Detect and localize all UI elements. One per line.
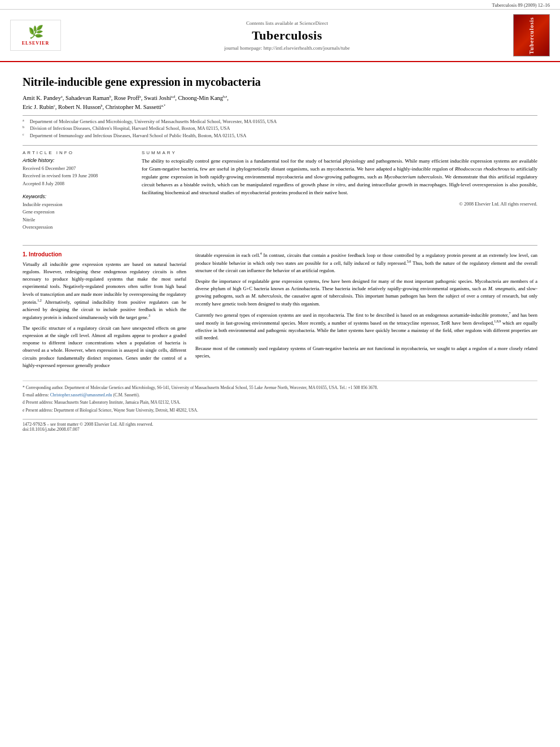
keywords-label: Keywords: (23, 194, 133, 199)
authors-line2: Eric J. Rubinc, Robert N. Hussonb, Chris… (23, 104, 165, 110)
keyword-1: Inducible expression (23, 201, 133, 209)
issn-line: 1472-9792/$ – see front matter © 2008 El… (23, 422, 537, 427)
footnote-corresponding-text: * Corresponding author. Department of Mo… (23, 385, 378, 390)
accepted-date: Accepted 8 July 2008 (23, 180, 133, 188)
summary-col: SUMMARY The ability to ectopically contr… (142, 150, 537, 237)
footnote-corresponding: * Corresponding author. Department of Mo… (23, 385, 537, 391)
doi-line: doi:10.1016/j.tube.2008.07.007 (23, 427, 537, 432)
elsevier-logo: 🌿 ELSEVIER (10, 20, 61, 51)
summary-label: SUMMARY (142, 150, 537, 155)
article-info-col: ARTICLE INFO Article history: Received 6… (23, 150, 133, 237)
intro-left-text: Virtually all inducible gene expression … (23, 261, 186, 369)
footnote-email-name: (C.M. Sassetti). (112, 392, 140, 397)
section-heading-intro: 1. Introduction (23, 251, 186, 257)
article-history: Article history: Received 6 December 200… (23, 158, 133, 188)
main-content: Nitrile-inducible gene expression in myc… (0, 62, 560, 443)
keywords-box: Keywords: Inducible expression Gene expr… (23, 194, 133, 231)
received-revised-date: Received in revised form 19 June 2008 (23, 172, 133, 180)
affiliation-a-text: Department of Molecular Genetics and Mic… (30, 118, 277, 125)
affiliation-b-text: Division of Infectious Diseases, Childre… (30, 125, 230, 132)
elsevier-brand: ELSEVIER (22, 41, 49, 46)
affiliation-c-text: Department of Immunology and Infectious … (30, 132, 247, 139)
journal-header: 🌿 ELSEVIER Contents lists available at S… (0, 10, 560, 62)
affiliation-c: c Department of Immunology and Infectiou… (23, 132, 537, 139)
body-left-col: 1. Introduction Virtually all inducible … (23, 251, 186, 373)
body-right-col: titratable expression in each cell.4 In … (195, 251, 537, 373)
sciencedirect-line: Contents lists available at ScienceDirec… (61, 20, 513, 26)
journal-homepage: journal homepage: http://intl.elsevierhe… (61, 45, 513, 51)
summary-text: The ability to ectopically control gene … (142, 158, 537, 197)
header-center: Contents lists available at ScienceDirec… (61, 20, 513, 51)
footnote-email-address: Christopher.sassetti@umassmed.edu (50, 392, 112, 397)
article-title: Nitrile-inducible gene expression in myc… (23, 75, 537, 89)
authors: Amit K. Pandeya, Sahadevan Ramanb, Rose … (23, 94, 537, 112)
footnote-email: E-mail address: Christopher.sassetti@uma… (23, 392, 537, 398)
citation-bar: Tuberculosis 89 (2009) 12–16 (0, 0, 560, 10)
keyword-3: Nitrile (23, 216, 133, 224)
footnotes: * Corresponding author. Department of Mo… (23, 381, 537, 413)
cover-title: Tuberculosis (528, 17, 535, 54)
affiliation-a: a Department of Molecular Genetics and M… (23, 118, 537, 125)
article-info-summary: ARTICLE INFO Article history: Received 6… (23, 145, 537, 237)
body-content: 1. Introduction Virtually all inducible … (23, 245, 537, 373)
authors-line1: Amit K. Pandeya, Sahadevan Ramanb, Rose … (23, 95, 229, 101)
keyword-4: Overexpression (23, 224, 133, 231)
bottom-info: 1472-9792/$ – see front matter © 2008 El… (23, 419, 537, 432)
citation-text: Tuberculosis 89 (2009) 12–16 (492, 2, 550, 8)
copyright: © 2008 Elsevier Ltd. All rights reserved… (142, 201, 537, 207)
keyword-2: Gene expression (23, 208, 133, 216)
footnote-e: e Present address: Department of Biologi… (23, 407, 537, 413)
footnote-d: d Present address: Massachusetts State L… (23, 399, 537, 405)
history-label: Article history: (23, 158, 133, 163)
intro-right-text: titratable expression in each cell.4 In … (195, 251, 537, 360)
affiliations: a Department of Molecular Genetics and M… (23, 115, 537, 139)
article-info-label: ARTICLE INFO (23, 150, 133, 155)
journal-title: Tuberculosis (61, 28, 513, 43)
received-date: Received 6 December 2007 (23, 165, 133, 173)
footnote-email-label: E-mail address: (23, 392, 50, 397)
journal-cover: Tuberculosis (513, 14, 550, 56)
affiliation-b: b Division of Infectious Diseases, Child… (23, 125, 537, 132)
sciencedirect-text: Contents lists available at ScienceDirec… (246, 20, 328, 26)
